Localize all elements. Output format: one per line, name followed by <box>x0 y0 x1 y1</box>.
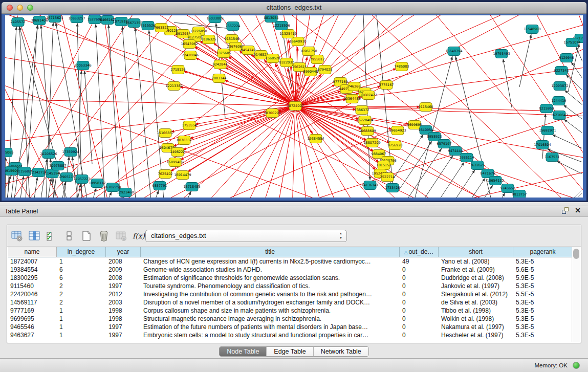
tab-node-table[interactable]: Node Table <box>220 347 267 356</box>
graph-node[interactable]: 15166857 <box>157 129 173 138</box>
graph-node[interactable]: 7663822 <box>154 24 169 32</box>
table-row[interactable]: 2242004622012Investigating the contribut… <box>8 290 572 298</box>
graph-node[interactable]: 9129946 <box>559 54 574 62</box>
graph-node[interactable]: 8775167 <box>379 81 394 90</box>
black-edge[interactable] <box>564 90 582 105</box>
red-edge[interactable] <box>295 106 409 124</box>
red-edge[interactable] <box>295 106 340 198</box>
graph-node[interactable]: 1167531 <box>545 153 560 162</box>
graph-node[interactable]: 17957223 <box>73 175 90 184</box>
zoom-window-icon[interactable] <box>27 5 33 11</box>
black-edge[interactable] <box>108 25 120 198</box>
window-titlebar[interactable]: citations_edges.txt <box>2 2 586 14</box>
table-row[interactable]: 946554611997Estimation of the future num… <box>8 323 572 331</box>
graph-node[interactable]: 18724007 <box>287 102 303 111</box>
black-edge[interactable] <box>557 161 582 174</box>
graph-node[interactable]: 16961758 <box>300 47 317 56</box>
resize-grip-icon[interactable] <box>574 190 581 198</box>
delete-row-button[interactable] <box>96 228 112 244</box>
black-edge[interactable] <box>56 23 87 198</box>
column-header-short[interactable]: short <box>439 247 513 257</box>
graph-node[interactable]: 7632621 <box>470 161 485 170</box>
column-header-year[interactable]: year <box>106 247 141 257</box>
delete-table-disabled-button[interactable]: x <box>114 228 129 244</box>
graph-node[interactable]: 30975887 <box>49 162 66 170</box>
graph-node[interactable]: 1244419 <box>552 97 567 105</box>
graph-node[interactable]: 16033809 <box>206 15 223 23</box>
red-edge[interactable] <box>289 39 295 106</box>
graph-node[interactable]: 11325419 <box>279 30 296 38</box>
table-settings-button[interactable] <box>9 228 25 244</box>
graph-node[interactable]: 20206526 <box>40 150 57 159</box>
minimize-window-icon[interactable] <box>17 5 23 11</box>
graph-node[interactable]: 12905115 <box>58 173 75 182</box>
graph-node[interactable]: 9227343 <box>554 67 569 75</box>
close-window-icon[interactable] <box>7 5 13 11</box>
graph-node[interactable]: 2803144 <box>212 74 227 83</box>
graph-node[interactable]: 14136141 <box>361 181 378 190</box>
graph-node[interactable]: 8215953 <box>539 104 554 113</box>
table-row[interactable]: 1938455462009Genome-wide association stu… <box>8 266 572 274</box>
graph-node[interactable]: 3375685 <box>216 49 231 58</box>
table-row[interactable]: 1456911722003Disruption of a novel membe… <box>8 298 572 307</box>
graph-node[interactable]: 9245652 <box>500 184 515 193</box>
graph-node[interactable]: 16640910 <box>289 37 306 46</box>
graph-node[interactable]: 16099489 <box>166 158 183 167</box>
table-row[interactable]: 946362711997Embryonic stem cells: a mode… <box>8 331 572 339</box>
black-edge[interactable] <box>566 75 582 90</box>
graph-node[interactable]: 9474444 <box>448 147 463 156</box>
graph-node[interactable]: 2615065 <box>5 148 13 157</box>
graph-node[interactable]: 2718126 <box>171 65 186 74</box>
graph-node[interactable]: 2935114 <box>460 154 474 162</box>
graph-node[interactable]: 9151546 <box>225 35 239 43</box>
table-row[interactable]: 911546021997Tourette syndrome. Phenomeno… <box>8 282 572 290</box>
table-select-dropdown[interactable]: citations_edges.txt ▲▼ <box>145 230 347 242</box>
close-panel-icon[interactable]: ✕ <box>575 207 581 214</box>
black-edge[interactable] <box>442 170 475 198</box>
graph-node[interactable]: 1733426 <box>385 184 400 192</box>
graph-node[interactable]: 9115460 <box>419 103 433 112</box>
table-row[interactable]: 1830029562008Estimation of significance … <box>8 274 572 282</box>
graph-node[interactable]: 16648794 <box>445 47 462 56</box>
graph-node[interactable]: 20364486 <box>343 95 360 103</box>
graph-node[interactable]: 1815152 <box>377 161 391 170</box>
red-edge[interactable] <box>284 106 295 198</box>
graph-node[interactable]: 12093872 <box>551 82 568 91</box>
red-edge[interactable] <box>227 106 295 198</box>
black-edge[interactable] <box>122 26 136 198</box>
graph-node[interactable]: 7955812 <box>310 55 325 64</box>
graph-node[interactable]: 12213382 <box>165 82 182 91</box>
black-edge[interactable] <box>96 24 105 198</box>
graph-node[interactable]: 22420046 <box>182 51 199 60</box>
graph-node[interactable]: 15751074 <box>563 38 580 47</box>
graph-node[interactable]: 7485083 <box>395 62 409 71</box>
graph-node[interactable]: 10958117 <box>89 179 105 188</box>
black-edge[interactable] <box>135 28 151 198</box>
graph-node[interactable]: 7625402 <box>158 170 173 179</box>
graph-node[interactable]: 16914479 <box>174 171 191 180</box>
graph-node[interactable]: 1568520 <box>266 54 280 63</box>
graph-node[interactable]: 18300295 <box>264 109 280 118</box>
table-scrollbar-thumb[interactable] <box>573 249 579 259</box>
column-header-out_de[interactable]: △out_de… <box>400 247 439 257</box>
graph-node[interactable]: 10653257 <box>68 15 85 23</box>
graph-node[interactable]: 8878332 <box>177 136 192 145</box>
graph-node[interactable]: 16210643 <box>551 111 568 120</box>
graph-node[interactable]: 15692971 <box>539 126 556 135</box>
table-row[interactable]: 977716911998Corpus callosum shape and si… <box>8 307 572 315</box>
tab-edge-table[interactable]: Edge Table <box>267 347 313 356</box>
graph-node[interactable]: 16715624 <box>46 15 63 23</box>
graph-node[interactable]: 12923468 <box>117 188 134 197</box>
graph-node[interactable]: 11607427 <box>360 91 377 100</box>
graph-node[interactable]: 19384554 <box>307 135 324 143</box>
column-header-in_degree[interactable]: in_degree <box>57 247 106 257</box>
graph-node[interactable]: 6579197 <box>437 140 452 148</box>
table-scrollbar[interactable] <box>572 247 580 342</box>
red-edge[interactable] <box>295 15 516 106</box>
black-edge[interactable] <box>5 157 6 198</box>
graph-node[interactable]: 2405572 <box>11 18 26 27</box>
graph-node[interactable]: 19654923 <box>389 126 406 135</box>
black-edge[interactable] <box>542 114 546 159</box>
graph-node[interactable]: 11548908 <box>524 25 540 34</box>
new-table-button[interactable] <box>79 228 94 244</box>
